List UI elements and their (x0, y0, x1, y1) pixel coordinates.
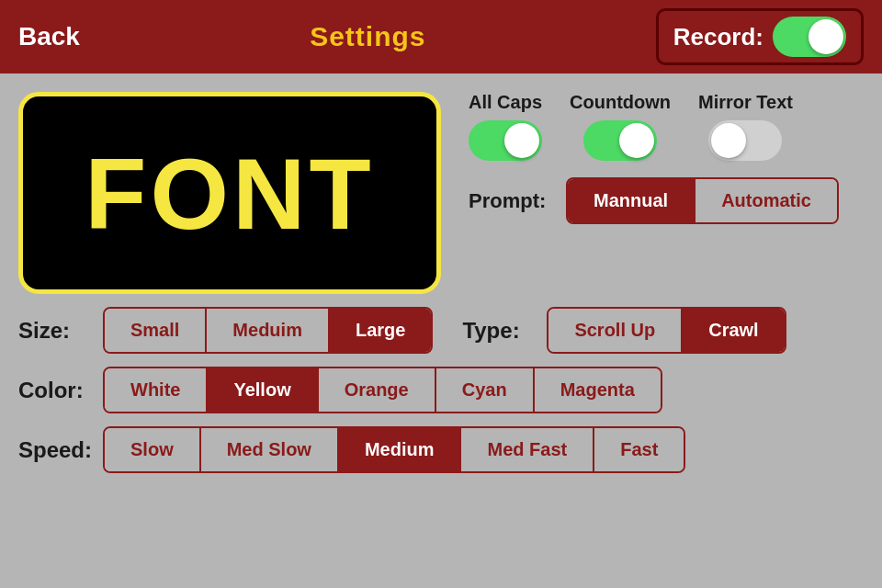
speed-row: Speed: Slow Med Slow Medium Med Fast Fas… (18, 426, 864, 473)
main-content: FONT All Caps Countdown (0, 74, 882, 588)
speed-medfast-button[interactable]: Med Fast (459, 428, 593, 471)
type-crawl-button[interactable]: Crawl (681, 309, 784, 352)
all-caps-label: All Caps (469, 92, 542, 113)
prompt-row: Prompt: Mannual Automatic (469, 177, 864, 224)
color-row: Color: White Yellow Orange Cyan Magenta (18, 367, 864, 413)
page-title: Settings (310, 21, 425, 52)
speed-medslow-button[interactable]: Med Slow (199, 428, 337, 471)
type-group: Scroll Up Crawl (547, 307, 786, 354)
back-button[interactable]: Back (18, 22, 80, 51)
prompt-mannual-button[interactable]: Mannual (568, 179, 694, 222)
record-toggle[interactable] (773, 17, 846, 57)
all-caps-toggle[interactable] (469, 120, 542, 161)
header: Back Settings Record: (0, 0, 882, 74)
font-preview: FONT (18, 92, 441, 294)
countdown-knob (619, 123, 654, 158)
speed-label: Speed: (18, 437, 92, 463)
color-orange-button[interactable]: Orange (317, 368, 435, 412)
size-type-row: Size: Small Meduim Large Type: Scroll Up… (18, 307, 864, 354)
type-scrollup-button[interactable]: Scroll Up (548, 309, 681, 352)
all-caps-knob (504, 123, 539, 158)
color-cyan-button[interactable]: Cyan (435, 368, 533, 412)
mirror-text-label: Mirror Text (698, 92, 793, 113)
countdown-group: Countdown (570, 92, 671, 161)
all-caps-group: All Caps (469, 92, 542, 161)
record-area: Record: (656, 8, 864, 65)
prompt-automatic-button[interactable]: Automatic (694, 179, 837, 222)
size-large-button[interactable]: Large (328, 309, 431, 352)
toggles-row: All Caps Countdown Mirror Text (469, 92, 864, 161)
settings-panel: All Caps Countdown Mirror Text (469, 92, 864, 224)
record-label: Record: (673, 23, 763, 51)
countdown-label: Countdown (570, 92, 671, 113)
mirror-text-group: Mirror Text (698, 92, 793, 161)
font-preview-text: FONT (85, 135, 374, 252)
mirror-text-toggle[interactable] (708, 120, 782, 161)
size-medium-button[interactable]: Meduim (205, 309, 328, 352)
countdown-toggle[interactable] (583, 120, 657, 161)
prompt-label: Prompt: (469, 189, 551, 213)
color-magenta-button[interactable]: Magenta (533, 368, 661, 412)
speed-slow-button[interactable]: Slow (105, 428, 199, 471)
size-small-button[interactable]: Small (105, 309, 205, 352)
color-group: White Yellow Orange Cyan Magenta (103, 367, 662, 413)
type-label: Type: (462, 318, 536, 344)
color-label: Color: (18, 378, 92, 403)
size-label: Size: (18, 318, 92, 344)
color-white-button[interactable]: White (105, 368, 206, 412)
size-group: Small Meduim Large (103, 307, 433, 354)
top-section: FONT All Caps Countdown (18, 92, 864, 294)
speed-medium-button[interactable]: Medium (337, 428, 460, 471)
speed-group: Slow Med Slow Medium Med Fast Fast (103, 426, 685, 473)
record-toggle-knob (808, 19, 843, 54)
speed-fast-button[interactable]: Fast (593, 428, 684, 471)
mirror-text-knob (711, 123, 746, 158)
prompt-segmented: Mannual Automatic (566, 177, 839, 224)
color-yellow-button[interactable]: Yellow (206, 368, 316, 412)
